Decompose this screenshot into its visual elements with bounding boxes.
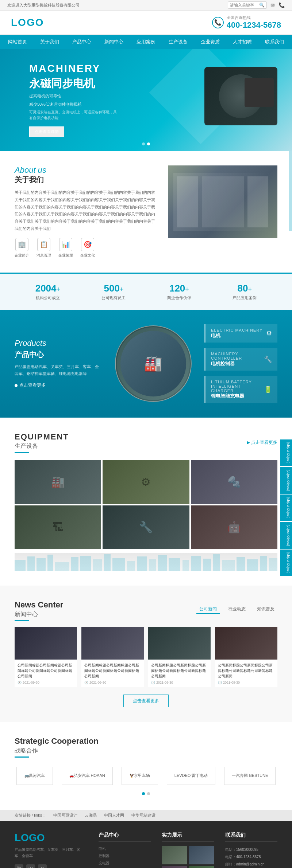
news-date-2: 🕐 2021-09-30 xyxy=(84,681,141,684)
footer-email1-val: admin@admin.cn xyxy=(236,862,265,866)
footer-products-col: 产品中心 电机 控制器 充电器 xyxy=(99,832,151,868)
product-electric-motor[interactable]: ELECTRIC MACHINERY 电机 ⚙ xyxy=(204,324,277,343)
svg-rect-17 xyxy=(203,559,211,571)
footer-img-1 xyxy=(162,846,187,864)
footer-phone2: 电话：400-1234-5678 xyxy=(225,853,277,861)
nav-qualification[interactable]: 企业资质 xyxy=(194,35,226,49)
coop-dot-2[interactable] xyxy=(147,792,150,795)
products-desc: 产品覆盖电动汽车、叉车类、三月车、客车、全套车、钢结构车型车辆、锂电池充电器等 xyxy=(15,363,102,377)
nav-equipment[interactable]: 生产设备 xyxy=(162,35,194,49)
about-factory-image xyxy=(168,165,277,238)
sidebar-float: [object Object] [object Object] [object … xyxy=(280,439,292,576)
news-date-text-4: 2021-09-30 xyxy=(223,681,240,684)
coop-name-1: 昌河汽车 xyxy=(29,773,45,778)
nav-cases[interactable]: 应用案例 xyxy=(130,35,162,49)
message-icon[interactable]: ✉ xyxy=(270,2,275,8)
friendly-link-1[interactable]: 中国网页设计 xyxy=(53,813,77,818)
stat-suffix-2: + xyxy=(120,286,124,293)
product-en-2: MACHINERY CONTROLLER xyxy=(211,352,264,360)
news-tab-industry[interactable]: 行业动态 xyxy=(225,605,249,614)
product-cn-2: 电机控制器 xyxy=(211,360,264,367)
products-title-cn: 产品中心 xyxy=(15,350,102,360)
phone-icon[interactable]: 📞 xyxy=(278,2,285,8)
about-icon-intro[interactable]: 🏢 企业简介 xyxy=(15,238,29,258)
wechat-icon[interactable]: W xyxy=(26,864,35,868)
footer-img-3 xyxy=(162,866,187,868)
svg-rect-22 xyxy=(260,556,267,571)
nav-news[interactable]: 新闻中心 xyxy=(98,35,130,49)
footer-img-4 xyxy=(189,866,214,868)
friendly-links: 友情链接 / links： 中国网页设计 云湘品 中国人才网 中华网站建设 xyxy=(0,810,292,821)
news-image-3 xyxy=(148,627,211,660)
stat-employees: 500+ 公司现有员工 xyxy=(101,283,126,301)
news-header: News Center 新闻中心 公司新闻 行业动态 知识普及 xyxy=(15,600,277,621)
equipment-image-4: 🏗 xyxy=(15,505,101,549)
phone-circle-icon: 📞 xyxy=(212,17,224,28)
coop-dot-1[interactable] xyxy=(142,792,145,795)
equipment-more-link[interactable]: ▶ 点击查看更多 xyxy=(247,439,277,446)
logo[interactable]: LOGO xyxy=(11,17,44,28)
news-date-text-2: 2021-09-30 xyxy=(89,681,106,684)
friendly-link-3[interactable]: 中国人才网 xyxy=(104,813,124,818)
list-icon: 📋 xyxy=(37,238,50,251)
hotline-label: 全国咨询热线 xyxy=(227,15,281,20)
svg-rect-2 xyxy=(36,558,46,571)
search-box[interactable]: 🔍 xyxy=(228,1,267,9)
news-tab-knowledge[interactable]: 知识普及 xyxy=(254,605,277,614)
cooperation-logos: 🚌 昌河汽车 🚗 弘安汽车 HOAAN 🦅 京甲车辆 LEVDEO 雷丁电动 一… xyxy=(15,767,277,785)
news-date-4: 🕐 2021-09-30 xyxy=(218,681,274,684)
search-input[interactable] xyxy=(230,3,259,7)
coop-logo-5: 一汽奔腾 BESTUNE xyxy=(224,767,276,785)
nav-about[interactable]: 关于我们 xyxy=(34,35,66,49)
charger-icon: 🔋 xyxy=(264,386,272,394)
about-section: About us 关于我们 关于我们的内容关于我们的内容关于我们的内容关于我们的… xyxy=(0,151,292,273)
equipment-image-1: 🏭 xyxy=(15,460,101,504)
about-icon-label-2: 消息管理 xyxy=(36,253,51,258)
product-controller[interactable]: MACHINERY CONTROLLER 电机控制器 🔧 xyxy=(204,348,277,371)
about-icon-culture[interactable]: 🎯 企业文化 xyxy=(80,238,95,258)
footer-logo: LOGO xyxy=(15,832,88,844)
footer-link-charger[interactable]: 充电器 xyxy=(99,861,151,866)
footer-link-motor[interactable]: 电机 xyxy=(99,846,151,851)
qq-icon[interactable]: Q xyxy=(38,864,47,868)
search-icon[interactable]: 🔍 xyxy=(259,3,265,8)
sidebar-btn-top[interactable]: [object Object] xyxy=(280,550,292,576)
news-title-3: 公司新闻标题公司新闻标题公司新闻标题公司新闻标题公司新闻标题公司新闻 xyxy=(151,662,208,679)
weibo-icon[interactable]: 微 xyxy=(15,864,23,868)
sidebar-btn-wechat[interactable]: [object Object] xyxy=(280,494,292,521)
cooperation-title-en: Strategic Cooperation xyxy=(15,736,277,746)
equipment-section: EQUIPMENT 生产设备 ▶ 点击查看更多 🏭 ⚙ xyxy=(0,418,292,586)
nav-products[interactable]: 产品中心 xyxy=(66,35,98,49)
nav-recruit[interactable]: 人才招聘 xyxy=(226,35,258,49)
svg-rect-0 xyxy=(15,560,26,571)
sidebar-btn-contact[interactable]: [object Object] xyxy=(280,467,292,494)
hero-desc1: 提高电机的可靠性 xyxy=(29,93,117,99)
stat-label-1: 机构公司成立 xyxy=(35,295,60,301)
products-more-btn[interactable]: 点击查看更多 xyxy=(15,382,102,388)
friendly-link-4[interactable]: 中华网站建设 xyxy=(131,813,155,818)
stats-section: 2004+ 机构公司成立 500+ 公司现有员工 120+ 商业合作伙伴 80+… xyxy=(0,273,292,310)
news-tabs: 公司新闻 行业动态 知识普及 xyxy=(196,605,277,614)
nav-home[interactable]: 网站首页 xyxy=(1,35,34,49)
product-charger[interactable]: LITHIUM BATTERY INTELLIGENT CHARGER 锂电智能… xyxy=(204,376,277,403)
about-title-cn: 关于我们 xyxy=(15,175,157,185)
sidebar-btn-extra[interactable]: [object Object] xyxy=(280,522,292,549)
sidebar-btn-consult[interactable]: [object Object] xyxy=(280,439,292,466)
hero-dot-2[interactable] xyxy=(147,142,150,145)
product-cn-1: 电机 xyxy=(211,332,262,339)
svg-rect-3 xyxy=(47,555,53,571)
news-more-btn[interactable]: 点击查看更多 xyxy=(123,695,169,707)
about-icon-manage[interactable]: 📋 消息管理 xyxy=(36,238,51,258)
about-icon-honor[interactable]: 📊 企业荣耀 xyxy=(58,238,73,258)
svg-rect-10 xyxy=(127,561,135,571)
footer-link-controller[interactable]: 控制器 xyxy=(99,853,151,859)
news-tab-company[interactable]: 公司新闻 xyxy=(196,605,220,614)
friendly-link-2[interactable]: 云湘品 xyxy=(85,813,97,818)
nav-contact[interactable]: 联系我们 xyxy=(258,35,291,49)
stat-label-3: 商业合作伙伴 xyxy=(167,295,191,301)
hotline-info: 全国咨询热线 400-1234-5678 xyxy=(227,15,281,30)
hero-btn[interactable]: 点击查看详情 xyxy=(29,126,64,137)
city-silhouette xyxy=(15,553,277,571)
cooperation-underline xyxy=(15,756,29,758)
hotline: 📞 全国咨询热线 400-1234-5678 xyxy=(212,15,281,30)
